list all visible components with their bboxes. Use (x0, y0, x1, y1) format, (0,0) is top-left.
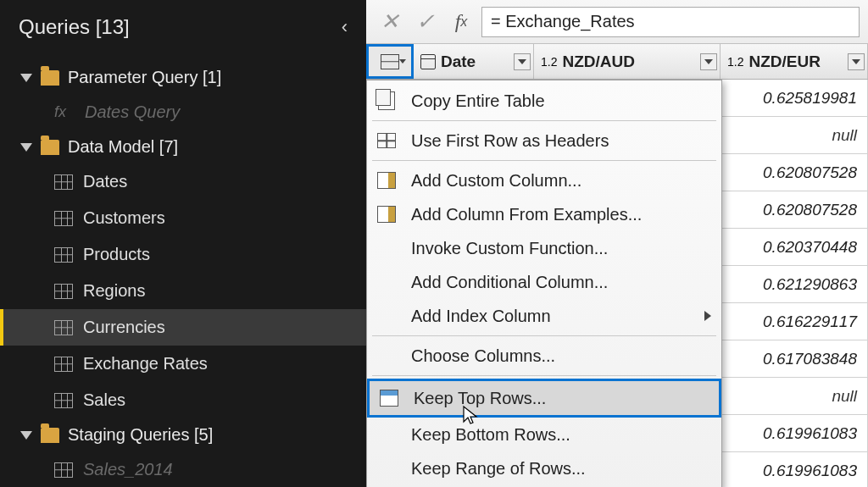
folder-icon (41, 428, 59, 443)
menu-item[interactable]: Add Index Column (367, 299, 721, 333)
menu-item-label: Keep Top Rows... (414, 389, 546, 408)
cell-nzd-eur[interactable]: 0.619961083 (721, 415, 868, 451)
decimal-type-icon: 1.2 (541, 55, 557, 69)
menu-item-label: Copy Entire Table (411, 91, 545, 111)
table-context-menu: Copy Entire TableUse First Row as Header… (366, 80, 722, 487)
cell-nzd-eur[interactable]: 0.620807528 (721, 191, 868, 228)
table-icon (54, 284, 73, 299)
menu-item[interactable]: Keep Range of Rows... (367, 451, 721, 485)
cell-nzd-eur[interactable]: 0.617083848 (721, 340, 868, 377)
cell-nzd-eur[interactable]: 0.621290863 (721, 266, 868, 302)
menu-separator (372, 335, 716, 336)
collapse-chevron-icon[interactable]: ‹ (342, 16, 348, 38)
menu-separator (372, 160, 716, 161)
sidebar-header: Queries [13] ‹ (0, 0, 366, 54)
submenu-arrow-icon (704, 311, 711, 321)
column-filter-dropdown[interactable] (848, 53, 865, 70)
menu-item[interactable]: Use First Row as Headers (367, 124, 721, 158)
table-icon (54, 211, 73, 226)
cell-nzd-eur[interactable]: 0.625819981 (721, 80, 868, 116)
tree-item-label: Dates (83, 172, 127, 191)
menu-item-label: Keep Bottom Rows... (411, 425, 570, 445)
tree-item[interactable]: Exchange Rates (0, 346, 366, 382)
tree-item[interactable]: Currencies (0, 309, 366, 346)
menu-separator (372, 375, 716, 376)
table-icon (54, 320, 73, 335)
menu-item[interactable]: Add Custom Column... (367, 163, 721, 197)
queries-tree: Parameter Query [1]fxDates QueryData Mod… (0, 54, 366, 487)
formula-commit-icon[interactable]: ✓ (410, 7, 441, 37)
cell-nzd-eur[interactable]: null (721, 117, 868, 153)
column-filter-dropdown[interactable] (700, 53, 717, 70)
tree-item[interactable]: Products (0, 236, 366, 273)
tree-item-label: Customers (83, 208, 165, 228)
formula-bar: ✕ ✓ fx (366, 0, 868, 44)
formula-cancel-icon[interactable]: ✕ (375, 7, 405, 37)
tree-item-label: Dates Query (85, 102, 180, 122)
folder-icon (41, 70, 59, 86)
menu-item-label: Add Index Column (411, 307, 551, 326)
caret-down-icon (20, 143, 32, 152)
menu-item[interactable]: Choose Columns... (367, 339, 721, 373)
table-icon (54, 357, 73, 372)
table-icon (54, 462, 73, 478)
folder-icon (41, 140, 59, 155)
menu-item[interactable]: Invoke Custom Function... (367, 231, 721, 265)
tree-item[interactable]: Dates (0, 163, 366, 200)
menu-item[interactable]: Add Conditional Column... (367, 265, 721, 299)
calendar-icon (420, 54, 436, 69)
formula-fx-icon[interactable]: fx (446, 7, 476, 37)
menu-item[interactable]: Keep Bottom Rows... (367, 418, 721, 451)
cell-nzd-eur[interactable]: 0.620807528 (721, 154, 868, 191)
group-label: Staging Queries [5] (68, 425, 213, 445)
caret-down-icon (20, 74, 32, 82)
cell-nzd-eur[interactable]: 0.616229117 (721, 303, 868, 340)
column-header[interactable]: 1.2NZD/AUD (534, 44, 721, 79)
table-icon (54, 174, 73, 190)
cell-nzd-eur[interactable]: null (721, 378, 868, 414)
menu-item[interactable]: Keep Top Rows... (367, 379, 721, 418)
menu-item-label: Add Conditional Column... (411, 273, 608, 292)
copy-icon (374, 90, 399, 112)
menu-item[interactable]: Copy Entire Table (367, 84, 721, 118)
blank-icon (374, 305, 399, 327)
column-name: Date (441, 53, 476, 71)
menu-item-label: Keep Range of Rows... (411, 459, 586, 479)
tree-item-label: Products (83, 245, 150, 264)
formula-input[interactable] (481, 7, 860, 37)
tree-item-label: Regions (83, 281, 145, 301)
decimal-type-icon: 1.2 (727, 55, 743, 69)
menu-item-label: Add Column From Examples... (411, 205, 642, 224)
column-header[interactable]: Date (414, 44, 534, 79)
column-header[interactable]: 1.2NZD/EUR (721, 44, 868, 79)
tree-group-header[interactable]: Parameter Query [1] (0, 61, 366, 94)
queries-sidebar: Queries [13] ‹ Parameter Query [1]fxDate… (0, 0, 366, 487)
menu-item-label: Use First Row as Headers (411, 131, 609, 151)
blank-icon (374, 457, 399, 479)
group-label: Parameter Query [1] (68, 68, 221, 87)
menu-item-label: Add Custom Column... (411, 171, 581, 191)
tree-item[interactable]: fxDates Query (0, 94, 366, 130)
tree-item[interactable]: Sales_2014 (0, 451, 366, 487)
column-headers: Date1.2NZD/AUD1.2NZD/EUR (366, 44, 868, 80)
tree-group-header[interactable]: Staging Queries [5] (0, 418, 366, 451)
menu-item[interactable]: Add Column From Examples... (367, 197, 721, 231)
menu-item-label: Invoke Custom Function... (411, 239, 608, 258)
cell-nzd-eur[interactable]: 0.619961083 (721, 452, 868, 487)
tree-item[interactable]: Regions (0, 273, 366, 309)
tree-item-label: Currencies (83, 318, 165, 337)
tree-item-label: Sales_2014 (83, 460, 173, 479)
table-icon (54, 393, 73, 408)
blank-icon (374, 271, 399, 293)
table-options-button[interactable] (366, 44, 414, 79)
blank-icon (374, 345, 399, 367)
table-icon (54, 247, 73, 263)
column-filter-dropdown[interactable] (514, 53, 531, 70)
tree-item[interactable]: Customers (0, 200, 366, 236)
menu-item-label: Choose Columns... (411, 346, 555, 366)
tree-group-header[interactable]: Data Model [7] (0, 130, 366, 163)
blank-icon (374, 237, 399, 259)
blank-icon (374, 423, 399, 445)
cell-nzd-eur[interactable]: 0.620370448 (721, 229, 868, 265)
tree-item[interactable]: Sales (0, 382, 366, 418)
